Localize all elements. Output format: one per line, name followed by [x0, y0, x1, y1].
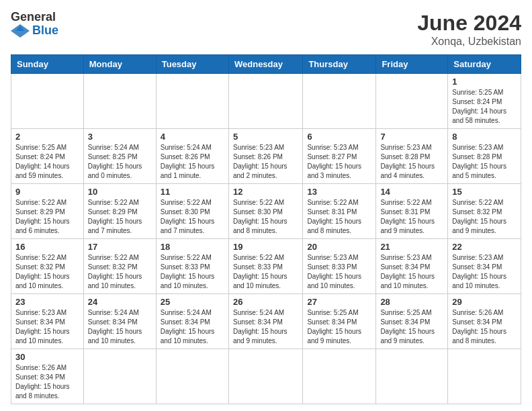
calendar-subtitle: Xonqa, Uzbekistan: [417, 36, 521, 48]
day-number: 6: [307, 132, 371, 142]
day-info: Sunrise: 5:25 AM Sunset: 8:34 PM Dayligh…: [380, 308, 443, 346]
day-info: Sunrise: 5:25 AM Sunset: 8:24 PM Dayligh…: [15, 143, 79, 181]
table-row: [228, 74, 302, 129]
calendar-week-row: 30Sunrise: 5:26 AM Sunset: 8:34 PM Dayli…: [11, 349, 521, 404]
table-row: 25Sunrise: 5:24 AM Sunset: 8:34 PM Dayli…: [156, 294, 228, 349]
day-number: 10: [88, 187, 152, 197]
table-row: [156, 349, 228, 404]
day-info: Sunrise: 5:26 AM Sunset: 8:34 PM Dayligh…: [15, 363, 79, 401]
day-info: Sunrise: 5:22 AM Sunset: 8:29 PM Dayligh…: [88, 198, 152, 236]
day-number: 28: [380, 297, 443, 307]
day-number: 25: [161, 297, 224, 307]
day-number: 15: [452, 187, 517, 197]
day-number: 27: [307, 297, 371, 307]
day-info: Sunrise: 5:23 AM Sunset: 8:27 PM Dayligh…: [307, 143, 371, 181]
table-row: 20Sunrise: 5:23 AM Sunset: 8:33 PM Dayli…: [303, 239, 376, 294]
col-thursday: Thursday: [303, 55, 376, 74]
day-info: Sunrise: 5:25 AM Sunset: 8:24 PM Dayligh…: [452, 88, 517, 126]
day-info: Sunrise: 5:24 AM Sunset: 8:26 PM Dayligh…: [161, 143, 224, 181]
day-number: 18: [161, 242, 224, 252]
day-number: 13: [307, 187, 371, 197]
day-number: 11: [161, 187, 224, 197]
day-info: Sunrise: 5:22 AM Sunset: 8:33 PM Dayligh…: [233, 253, 298, 291]
col-friday: Friday: [376, 55, 448, 74]
day-info: Sunrise: 5:23 AM Sunset: 8:33 PM Dayligh…: [307, 253, 371, 291]
table-row: [303, 74, 376, 129]
table-row: 23Sunrise: 5:23 AM Sunset: 8:34 PM Dayli…: [11, 294, 84, 349]
table-row: 9Sunrise: 5:22 AM Sunset: 8:29 PM Daylig…: [11, 184, 84, 239]
table-row: 29Sunrise: 5:26 AM Sunset: 8:34 PM Dayli…: [448, 294, 521, 349]
table-row: 26Sunrise: 5:24 AM Sunset: 8:34 PM Dayli…: [228, 294, 302, 349]
table-row: 10Sunrise: 5:22 AM Sunset: 8:29 PM Dayli…: [83, 184, 156, 239]
day-info: Sunrise: 5:22 AM Sunset: 8:33 PM Dayligh…: [161, 253, 224, 291]
table-row: 4Sunrise: 5:24 AM Sunset: 8:26 PM Daylig…: [156, 129, 228, 184]
day-info: Sunrise: 5:22 AM Sunset: 8:32 PM Dayligh…: [88, 253, 152, 291]
title-area: June 2024 Xonqa, Uzbekistan: [417, 11, 521, 48]
day-number: 7: [380, 132, 443, 142]
day-info: Sunrise: 5:26 AM Sunset: 8:34 PM Dayligh…: [452, 308, 517, 346]
table-row: 1Sunrise: 5:25 AM Sunset: 8:24 PM Daylig…: [448, 74, 521, 129]
day-number: 8: [452, 132, 517, 142]
day-info: Sunrise: 5:23 AM Sunset: 8:28 PM Dayligh…: [452, 143, 517, 181]
day-number: 17: [88, 242, 152, 252]
table-row: [303, 349, 376, 404]
table-row: 24Sunrise: 5:24 AM Sunset: 8:34 PM Dayli…: [83, 294, 156, 349]
day-info: Sunrise: 5:23 AM Sunset: 8:28 PM Dayligh…: [380, 143, 443, 181]
day-info: Sunrise: 5:22 AM Sunset: 8:30 PM Dayligh…: [161, 198, 224, 236]
calendar-week-row: 23Sunrise: 5:23 AM Sunset: 8:34 PM Dayli…: [11, 294, 521, 349]
page-header: General Blue June 2024 Xonqa, Uzbekistan: [11, 11, 521, 48]
table-row: 5Sunrise: 5:23 AM Sunset: 8:26 PM Daylig…: [228, 129, 302, 184]
day-info: Sunrise: 5:24 AM Sunset: 8:25 PM Dayligh…: [88, 143, 152, 181]
day-info: Sunrise: 5:23 AM Sunset: 8:34 PM Dayligh…: [380, 253, 443, 291]
day-number: 24: [88, 297, 152, 307]
day-info: Sunrise: 5:23 AM Sunset: 8:34 PM Dayligh…: [15, 308, 79, 346]
day-number: 3: [88, 132, 152, 142]
table-row: 12Sunrise: 5:22 AM Sunset: 8:30 PM Dayli…: [228, 184, 302, 239]
day-info: Sunrise: 5:22 AM Sunset: 8:32 PM Dayligh…: [452, 198, 517, 236]
calendar-week-row: 16Sunrise: 5:22 AM Sunset: 8:32 PM Dayli…: [11, 239, 521, 294]
col-wednesday: Wednesday: [228, 55, 302, 74]
day-info: Sunrise: 5:22 AM Sunset: 8:31 PM Dayligh…: [307, 198, 371, 236]
calendar-title: June 2024: [417, 11, 521, 36]
day-number: 5: [233, 132, 298, 142]
day-number: 26: [233, 297, 298, 307]
calendar-week-row: 2Sunrise: 5:25 AM Sunset: 8:24 PM Daylig…: [11, 129, 521, 184]
day-info: Sunrise: 5:22 AM Sunset: 8:32 PM Dayligh…: [15, 253, 79, 291]
day-info: Sunrise: 5:24 AM Sunset: 8:34 PM Dayligh…: [233, 308, 298, 346]
table-row: [228, 349, 302, 404]
day-number: 29: [452, 297, 517, 307]
day-number: 4: [161, 132, 224, 142]
table-row: 19Sunrise: 5:22 AM Sunset: 8:33 PM Dayli…: [228, 239, 302, 294]
day-info: Sunrise: 5:24 AM Sunset: 8:34 PM Dayligh…: [161, 308, 224, 346]
table-row: [83, 349, 156, 404]
table-row: 2Sunrise: 5:25 AM Sunset: 8:24 PM Daylig…: [11, 129, 84, 184]
table-row: [156, 74, 228, 129]
table-row: 3Sunrise: 5:24 AM Sunset: 8:25 PM Daylig…: [83, 129, 156, 184]
day-number: 14: [380, 187, 443, 197]
table-row: 28Sunrise: 5:25 AM Sunset: 8:34 PM Dayli…: [376, 294, 448, 349]
day-number: 22: [452, 242, 517, 252]
logo: General Blue: [11, 11, 58, 38]
calendar-table: Sunday Monday Tuesday Wednesday Thursday…: [11, 54, 521, 404]
day-number: 2: [15, 132, 79, 142]
col-sunday: Sunday: [11, 55, 84, 74]
table-row: 21Sunrise: 5:23 AM Sunset: 8:34 PM Dayli…: [376, 239, 448, 294]
table-row: [376, 74, 448, 129]
day-number: 12: [233, 187, 298, 197]
calendar-header-row: Sunday Monday Tuesday Wednesday Thursday…: [11, 55, 521, 74]
table-row: 30Sunrise: 5:26 AM Sunset: 8:34 PM Dayli…: [11, 349, 84, 404]
col-monday: Monday: [83, 55, 156, 74]
calendar-week-row: 9Sunrise: 5:22 AM Sunset: 8:29 PM Daylig…: [11, 184, 521, 239]
day-info: Sunrise: 5:23 AM Sunset: 8:26 PM Dayligh…: [233, 143, 298, 181]
table-row: 15Sunrise: 5:22 AM Sunset: 8:32 PM Dayli…: [448, 184, 521, 239]
day-info: Sunrise: 5:23 AM Sunset: 8:34 PM Dayligh…: [452, 253, 517, 291]
day-info: Sunrise: 5:22 AM Sunset: 8:29 PM Dayligh…: [15, 198, 79, 236]
day-number: 19: [233, 242, 298, 252]
table-row: 27Sunrise: 5:25 AM Sunset: 8:34 PM Dayli…: [303, 294, 376, 349]
table-row: 18Sunrise: 5:22 AM Sunset: 8:33 PM Dayli…: [156, 239, 228, 294]
day-number: 21: [380, 242, 443, 252]
table-row: 7Sunrise: 5:23 AM Sunset: 8:28 PM Daylig…: [376, 129, 448, 184]
table-row: [11, 74, 84, 129]
table-row: 14Sunrise: 5:22 AM Sunset: 8:31 PM Dayli…: [376, 184, 448, 239]
day-number: 9: [15, 187, 79, 197]
